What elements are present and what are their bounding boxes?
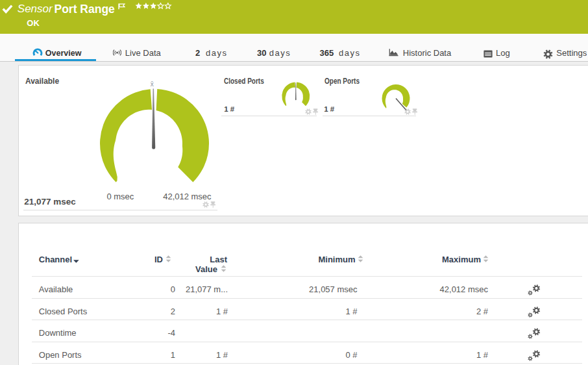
svg-text:x̄: x̄ [151,81,154,88]
